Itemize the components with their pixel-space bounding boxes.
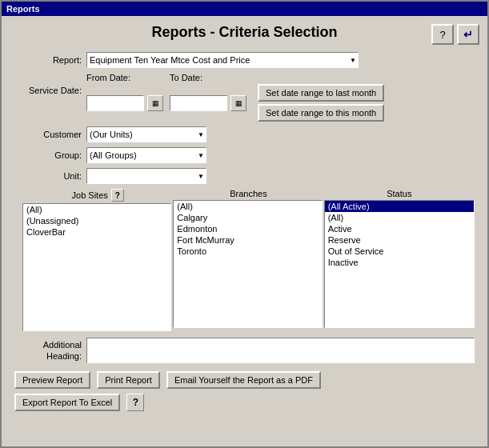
from-date-label: From Date: (86, 73, 144, 82)
list-item[interactable]: Reserve (325, 234, 474, 246)
status-panel: Status (All Active) (All) Active Reserve… (324, 189, 475, 331)
list-item[interactable]: Edmonton (174, 223, 321, 234)
bottom-help-button[interactable]: ? (126, 394, 144, 411)
set-last-month-button[interactable]: Set date range to last month (258, 84, 384, 102)
job-sites-header: Job Sites ? (22, 189, 173, 202)
date-input-row: ▦ ▦ Set date range to last month Set dat… (86, 84, 384, 122)
branches-label: Branches (230, 189, 267, 198)
print-report-button[interactable]: Print Report (97, 371, 160, 389)
calendar-icon: ▦ (152, 99, 159, 107)
customer-select[interactable]: (Our Units) (86, 126, 206, 142)
additional-heading-section: Additional Heading: (14, 338, 475, 363)
bottom-buttons-row2: Export Report To Excel ? (14, 394, 475, 411)
preview-report-button[interactable]: Preview Report (14, 371, 90, 389)
status-list[interactable]: (All Active) (All) Active Reserve Out of… (324, 200, 475, 328)
from-date-calendar-button[interactable]: ▦ (147, 95, 163, 111)
job-sites-help-button[interactable]: ? (111, 189, 124, 202)
from-date-input[interactable] (86, 95, 144, 111)
branches-list[interactable]: (All) Calgary Edmonton Fort McMurray Tor… (173, 200, 322, 328)
list-item[interactable]: (All) (325, 212, 474, 223)
report-select[interactable]: Equipment Ten Year Mtce Cost and Price (86, 52, 359, 68)
help-icon-button[interactable]: ? (431, 24, 454, 45)
status-label: Status (387, 189, 411, 198)
status-header: Status (324, 189, 475, 198)
job-sites-panel: Job Sites ? (All) (Unassigned) CloverBar (22, 189, 173, 331)
job-sites-list[interactable]: (All) (Unassigned) CloverBar (22, 203, 171, 331)
branches-panel: Branches (All) Calgary Edmonton Fort McM… (173, 189, 323, 331)
unit-row: Unit: (14, 168, 475, 184)
additional-heading-label: Additional Heading: (14, 339, 86, 362)
list-item[interactable]: Toronto (174, 246, 321, 257)
list-item[interactable]: (All) (174, 201, 321, 212)
date-range-buttons: Set date range to last month Set date ra… (258, 84, 384, 122)
to-date-input[interactable] (170, 95, 227, 111)
calendar-icon-2: ▦ (235, 99, 242, 107)
customer-row: Customer (Our Units) (14, 126, 475, 142)
list-item[interactable]: Inactive (325, 257, 474, 268)
customer-select-wrapper: (Our Units) (86, 126, 206, 142)
to-date-label: To Date: (170, 73, 227, 82)
group-label: Group: (14, 150, 86, 160)
to-date-calendar-button[interactable]: ▦ (230, 95, 247, 111)
job-sites-label: Job Sites (72, 190, 108, 200)
group-row: Group: (All Groups) (14, 147, 475, 163)
date-inputs-container: From Date: To Date: ▦ ▦ Set date range t… (86, 73, 384, 122)
customer-label: Customer (14, 130, 86, 139)
exit-icon-button[interactable]: ↵ (457, 24, 479, 45)
branches-header: Branches (173, 189, 323, 198)
report-row: Report: Equipment Ten Year Mtce Cost and… (14, 52, 475, 68)
export-excel-button[interactable]: Export Report To Excel (14, 394, 120, 411)
list-item[interactable]: Out of Service (325, 246, 474, 257)
service-date-label: Service Date: (14, 73, 86, 95)
report-select-wrapper: Equipment Ten Year Mtce Cost and Price (86, 52, 359, 68)
top-right-buttons: ? ↵ (431, 24, 479, 45)
unit-label: Unit: (14, 171, 86, 181)
title-bar: Reports (2, 2, 487, 16)
content-area: Reports - Criteria Selection Report: Equ… (2, 16, 487, 419)
title-bar-label: Reports (6, 4, 40, 14)
help-icon: ? (439, 29, 445, 41)
report-label: Report: (14, 55, 86, 65)
additional-heading-input[interactable] (86, 338, 475, 363)
list-item[interactable]: Calgary (174, 212, 321, 223)
lists-section: Job Sites ? (All) (Unassigned) CloverBar… (22, 189, 475, 331)
exit-icon: ↵ (463, 28, 473, 41)
bottom-buttons-row1: Preview Report Print Report Email Yourse… (14, 371, 475, 389)
unit-select[interactable] (86, 168, 206, 184)
date-labels-row: From Date: To Date: (86, 73, 384, 82)
list-item[interactable]: (Unassigned) (23, 215, 170, 226)
group-select[interactable]: (All Groups) (86, 147, 206, 163)
group-select-wrapper: (All Groups) (86, 147, 206, 163)
email-report-button[interactable]: Email Yourself the Report as a PDF (166, 371, 321, 389)
main-window: Reports ? ↵ Reports - Criteria Selection… (0, 0, 489, 448)
list-item[interactable]: Fort McMurray (174, 234, 321, 246)
list-item[interactable]: (All Active) (325, 201, 474, 212)
page-title: Reports - Criteria Selection (14, 24, 475, 41)
list-item[interactable]: Active (325, 223, 474, 234)
service-date-row: Service Date: From Date: To Date: ▦ ▦ (14, 73, 475, 122)
unit-select-wrapper (86, 168, 206, 184)
set-this-month-button[interactable]: Set date range to this month (258, 104, 384, 122)
list-item[interactable]: (All) (23, 204, 170, 215)
list-item[interactable]: CloverBar (23, 226, 170, 238)
